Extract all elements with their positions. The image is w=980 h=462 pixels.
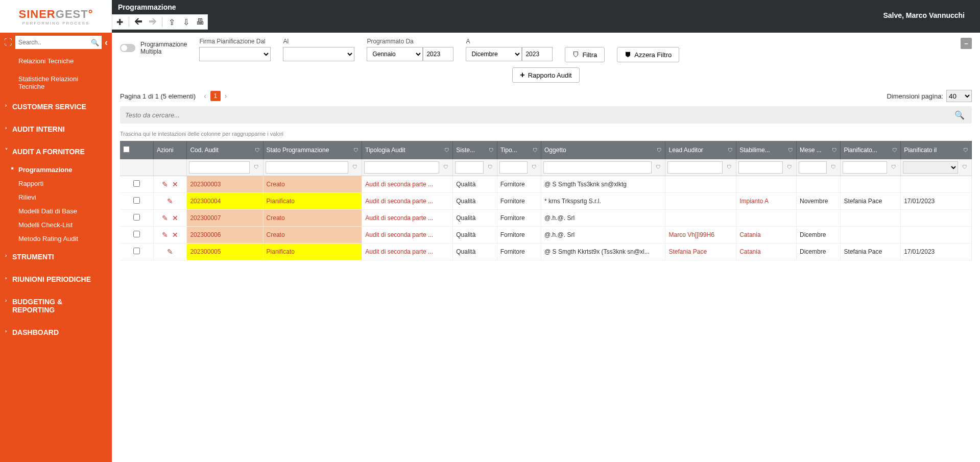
panel-collapse-icon[interactable]: − xyxy=(961,38,972,49)
cell[interactable]: 202300004 xyxy=(187,193,263,210)
row-checkbox[interactable] xyxy=(133,214,140,221)
sidebar-subitem[interactable]: Relazioni Tecniche xyxy=(0,52,112,70)
filter-oggetto[interactable] xyxy=(543,161,652,174)
filter-icon[interactable]: ⛉ xyxy=(728,148,733,153)
a-year[interactable] xyxy=(522,47,553,61)
filter-cod[interactable] xyxy=(189,161,249,174)
sidebar-item[interactable]: ›BUDGETING & REPORTING xyxy=(0,290,112,321)
export-button[interactable]: ⇩ xyxy=(179,15,193,29)
filter-tipologia[interactable] xyxy=(364,161,439,174)
sidebar-item[interactable]: ›DASHBOARD xyxy=(0,321,112,344)
sidebar-item[interactable]: ˅AUDIT A FORNITORE xyxy=(0,140,112,163)
edit-icon[interactable]: ✎ xyxy=(162,214,168,222)
col-pianificato-il[interactable]: Pianificato il⛉ xyxy=(901,141,972,159)
sidebar-subitem[interactable]: Modelli Check-List xyxy=(0,218,112,232)
cell[interactable]: 202300006 xyxy=(187,227,263,244)
forward-button[interactable]: 🡲 xyxy=(146,15,160,29)
al-input[interactable] xyxy=(283,47,354,61)
filter-icon[interactable]: ⛉ xyxy=(533,148,538,153)
pager-next-icon[interactable]: › xyxy=(225,92,227,100)
sidebar-subitem[interactable]: Statistiche Relazioni Tecniche xyxy=(0,70,112,95)
delete-icon[interactable]: ✕ xyxy=(172,214,178,222)
filter-tipo[interactable] xyxy=(499,161,528,174)
filter-icon[interactable]: ⛉ xyxy=(889,161,898,174)
filter-icon[interactable]: ⛉ xyxy=(530,161,539,174)
filter-pianil[interactable] xyxy=(903,161,958,174)
filter-icon[interactable]: ⛉ xyxy=(829,161,838,174)
select-all-checkbox[interactable] xyxy=(123,146,130,153)
col-tipologia[interactable]: Tipologia Audit⛉ xyxy=(362,141,453,159)
cell[interactable]: Catania xyxy=(736,244,797,260)
filter-icon[interactable]: ⛉ xyxy=(444,148,449,153)
row-checkbox[interactable] xyxy=(133,180,140,187)
col-lead-auditor[interactable]: Lead Auditor⛉ xyxy=(665,141,736,159)
sidebar-item[interactable]: ›AUDIT INTERNI xyxy=(0,118,112,140)
row-checkbox[interactable] xyxy=(133,197,140,204)
sidebar-subitem[interactable]: Rapporti xyxy=(0,177,112,190)
rapporto-audit-button[interactable]: +Rapporto Audit xyxy=(512,67,579,83)
col-stato[interactable]: Stato Programmazione⛉ xyxy=(263,141,362,159)
import-button[interactable]: ⇪ xyxy=(164,15,179,29)
filter-pian[interactable] xyxy=(843,161,887,174)
filter-icon[interactable]: ⛉ xyxy=(832,148,837,153)
sidebar-search-input[interactable] xyxy=(15,36,99,49)
sidebar-item[interactable]: ›RIUNIONI PERIODICHE xyxy=(0,268,112,290)
sidebar-item[interactable]: ›CUSTOMER SERVICE xyxy=(0,95,112,118)
print-button[interactable]: 🖶 xyxy=(193,15,207,29)
filter-icon[interactable]: ⛉ xyxy=(486,161,495,174)
filter-lead[interactable] xyxy=(667,161,723,174)
edit-icon[interactable]: ✎ xyxy=(162,180,168,188)
add-button[interactable]: ✚ xyxy=(112,15,127,29)
sidebar-subitem[interactable]: Rilievi xyxy=(0,190,112,204)
cell[interactable]: 202300003 xyxy=(187,176,263,193)
col-stabilimento[interactable]: Stabilime...⛉ xyxy=(736,141,797,159)
col-tipo[interactable]: Tipo...⛉ xyxy=(497,141,541,159)
cell[interactable]: Audit di seconda parte ... xyxy=(362,227,453,244)
cell[interactable]: Audit di seconda parte ... xyxy=(362,193,453,210)
sidebar-subitem[interactable]: ■Programmazione xyxy=(0,163,112,177)
a-month[interactable]: Dicembre xyxy=(466,47,522,61)
edit-icon[interactable]: ✎ xyxy=(162,231,168,239)
table-search-icon[interactable]: 🔍 xyxy=(950,110,969,120)
filter-icon[interactable]: ⛉ xyxy=(963,148,968,153)
filter-icon[interactable]: ⛉ xyxy=(725,161,734,174)
cell[interactable]: Marco Vh[[l99H6 xyxy=(665,227,736,244)
row-checkbox[interactable] xyxy=(133,248,140,254)
filter-icon[interactable]: ⛉ xyxy=(788,148,793,153)
cell[interactable]: Catania xyxy=(736,227,797,244)
cell[interactable]: 202300007 xyxy=(187,210,263,227)
filter-icon[interactable]: ⛉ xyxy=(654,161,663,174)
filter-icon[interactable]: ⛉ xyxy=(960,161,969,174)
search-icon[interactable]: 🔍 xyxy=(88,36,102,49)
filter-icon[interactable]: ⛉ xyxy=(353,148,358,153)
table-search-input[interactable] xyxy=(123,108,950,121)
sidebar-collapse-icon[interactable]: ‹ xyxy=(105,37,108,48)
prog-da-month[interactable]: Gennaio xyxy=(367,47,423,61)
sidebar-subitem[interactable]: Metodo Rating Audit xyxy=(0,232,112,246)
prog-da-year[interactable] xyxy=(423,47,453,61)
page-size-select[interactable]: 40 xyxy=(946,90,972,102)
cell[interactable]: Impianto A xyxy=(736,193,797,210)
filter-icon[interactable]: ⛉ xyxy=(892,148,897,153)
cell[interactable]: 202300005 xyxy=(187,244,263,260)
firma-dal-input[interactable] xyxy=(199,47,271,61)
pager-prev-icon[interactable]: ‹ xyxy=(204,92,206,100)
filter-stato[interactable] xyxy=(266,161,349,174)
col-cod-audit[interactable]: Cod. Audit⛉ xyxy=(187,141,263,159)
filter-icon[interactable]: ⛉ xyxy=(252,161,261,174)
edit-icon[interactable]: ✎ xyxy=(167,197,173,205)
multi-prog-toggle[interactable] xyxy=(120,44,135,52)
reset-filter-button[interactable]: ⛊Azzera Filtro xyxy=(617,47,679,62)
col-pianificato[interactable]: Pianificato...⛉ xyxy=(841,141,901,159)
filter-icon[interactable]: ⛉ xyxy=(255,148,260,153)
pager-current[interactable]: 1 xyxy=(210,91,221,101)
filter-icon[interactable]: ⛉ xyxy=(785,161,794,174)
col-mese[interactable]: Mese ...⛉ xyxy=(797,141,841,159)
back-button[interactable]: 🡰 xyxy=(131,15,146,29)
sidebar-item[interactable]: ›STRUMENTI xyxy=(0,246,112,268)
delete-icon[interactable]: ✕ xyxy=(172,180,178,188)
filter-icon[interactable]: ⛉ xyxy=(489,148,494,153)
filter-button[interactable]: ⛉Filtra xyxy=(565,47,605,62)
filter-sistema[interactable] xyxy=(455,161,483,174)
filter-stab[interactable] xyxy=(738,161,783,174)
